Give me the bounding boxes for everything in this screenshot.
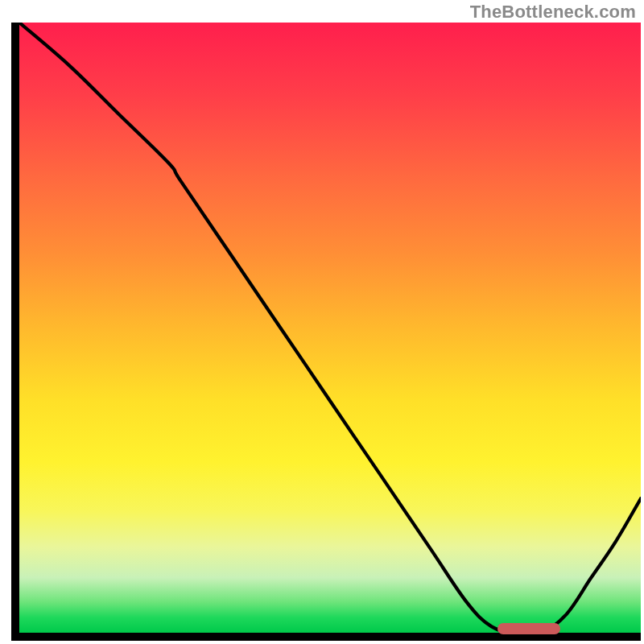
attribution-text: TheBottleneck.com — [470, 2, 636, 23]
chart-plot-area — [11, 23, 641, 641]
optimal-range-marker — [497, 623, 559, 634]
chart-stage: TheBottleneck.com — [0, 0, 644, 644]
